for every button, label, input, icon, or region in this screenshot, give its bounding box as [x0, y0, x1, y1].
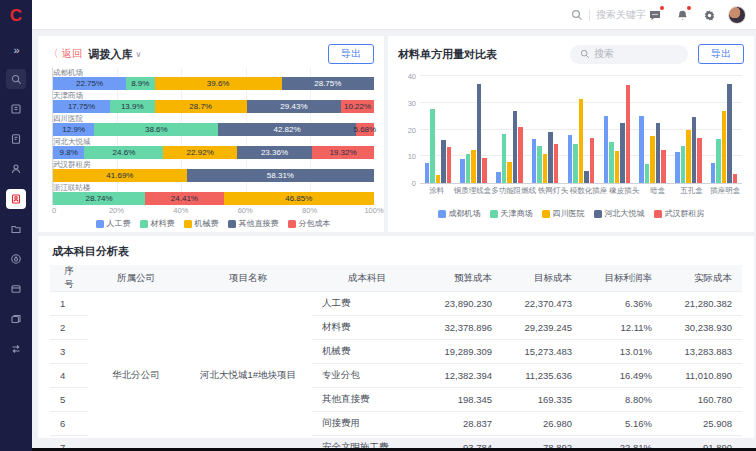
layers-icon[interactable] — [6, 309, 26, 329]
x-axis-category-label: 铁网灯头 — [536, 186, 570, 196]
x-axis-labels: 涂料钢质理线盒多功能阻燃线铁网灯头模数化插座橡皮插头暗盒五孔盒插座明盒 — [420, 186, 742, 196]
drop-icon[interactable] — [6, 249, 26, 269]
legend-item[interactable]: 其他直接费 — [228, 218, 279, 229]
table-cell: 12.11% — [582, 316, 662, 340]
table-cell: 30,238.930 — [662, 316, 742, 340]
x-axis-category-label: 模数化插座 — [570, 186, 608, 196]
table-cell: 32,378.896 — [422, 316, 502, 340]
legend-swatch-icon — [594, 210, 602, 218]
bar — [681, 146, 686, 183]
search-icon — [571, 9, 583, 21]
stacked-bar-segment: 12.9% — [53, 123, 94, 136]
table-cell: 机械费 — [312, 340, 422, 364]
table-cell: 其他直接费 — [312, 388, 422, 412]
avatar[interactable] — [728, 6, 746, 24]
export-button[interactable]: 导出 — [328, 44, 374, 64]
gear-icon[interactable] — [701, 7, 717, 23]
legend-item[interactable]: 河北大悦城 — [594, 208, 645, 219]
table-cell: 1 — [50, 292, 88, 316]
legend-item[interactable]: 分包成本 — [288, 218, 331, 229]
bar — [620, 123, 625, 183]
bar — [609, 142, 614, 183]
table-cell: 5.16% — [582, 412, 662, 436]
stacked-bar-segment: 28.74% — [53, 192, 145, 205]
x-axis: 020%40%60%80%100% — [52, 206, 374, 216]
bar — [579, 99, 584, 183]
legend-item[interactable]: 人工费 — [96, 218, 131, 229]
x-axis-category-label: 橡皮插头 — [607, 186, 641, 196]
y-axis-tick: 0 — [412, 179, 420, 188]
stacked-bar-segment: 17.75% — [53, 100, 110, 113]
legend-item[interactable]: 天津商场 — [490, 208, 533, 219]
app-logo[interactable]: C — [6, 6, 26, 26]
stacked-bar-segment: 13.9% — [110, 100, 155, 113]
x-axis-tick: 100% — [364, 206, 383, 215]
bar — [482, 158, 487, 183]
bar-group — [670, 76, 706, 183]
bar-group — [599, 76, 635, 183]
table-title: 成本科目分析表 — [52, 244, 742, 259]
bar — [502, 134, 507, 183]
legend-label: 河北大悦城 — [605, 208, 645, 219]
stacked-bar-segment: 22.92% — [163, 146, 237, 159]
bar — [441, 140, 446, 183]
legend-swatch-icon — [140, 220, 148, 228]
legend-item[interactable]: 武汉群租房 — [654, 208, 705, 219]
bar — [604, 116, 609, 183]
bar-group — [492, 76, 528, 183]
grouped-bar-chart: 010203040 涂料钢质理线盒多功能阻燃线铁网灯头模数化插座橡皮插头暗盒五孔… — [398, 76, 744, 206]
chart-search-input[interactable]: 搜索 — [570, 45, 688, 64]
bar — [661, 150, 666, 183]
chevron-down-icon[interactable]: ∨ — [136, 50, 142, 59]
x-axis-tick: 0 — [52, 206, 56, 215]
export-button[interactable]: 导出 — [698, 44, 744, 64]
legend-item[interactable]: 四川医院 — [542, 208, 585, 219]
bar-category-label: 浙江联站楼 — [53, 183, 374, 192]
stacked-bar-segment: 38.6% — [94, 123, 218, 136]
table-cell: 13,283.883 — [662, 340, 742, 364]
legend-label: 成都机场 — [449, 208, 481, 219]
transfer-icon[interactable] — [6, 339, 26, 359]
search-icon[interactable] — [6, 69, 26, 89]
messages-icon[interactable] — [647, 7, 663, 23]
bar — [639, 116, 644, 183]
table-row[interactable]: 1华北分公司河北大悦城1#地块项目人工费23,890.23022,370.473… — [50, 292, 742, 316]
legend-item[interactable]: 成都机场 — [438, 208, 481, 219]
stacked-bar-segment: 10.22% — [341, 100, 374, 113]
legend-label: 人工费 — [107, 218, 131, 229]
expand-icon[interactable]: » — [13, 44, 18, 56]
x-axis-category-label: 五孔盒 — [675, 186, 709, 196]
table-cell: 22,370.473 — [502, 292, 582, 316]
building-icon[interactable] — [6, 99, 26, 119]
table-cell: 25.908 — [662, 412, 742, 436]
legend-item[interactable]: 机械费 — [184, 218, 219, 229]
column-header: 成本科目 — [312, 265, 422, 292]
bar-group — [456, 76, 492, 183]
legend-item[interactable]: 材料费 — [140, 218, 175, 229]
bar — [686, 130, 691, 184]
table-cell: 2 — [50, 316, 88, 340]
bar — [477, 84, 482, 183]
stacked-bar-segment: 58.31% — [187, 169, 374, 182]
bar — [711, 163, 716, 183]
cost-table: 序号所属公司项目名称成本科目预算成本目标成本目标利润率实际成本 1华北分公司河北… — [50, 265, 742, 451]
bell-icon[interactable] — [674, 7, 690, 23]
card-icon[interactable] — [6, 279, 26, 299]
back-chevron-icon[interactable]: 〈 — [48, 47, 59, 61]
bar — [496, 172, 501, 183]
table-cell: 26.980 — [502, 412, 582, 436]
badge-icon[interactable] — [6, 189, 26, 209]
back-link[interactable]: 返回 — [62, 47, 83, 61]
stacked-bar-segment: 24.41% — [145, 192, 223, 205]
y-axis-tick: 40 — [408, 72, 420, 81]
column-header: 目标利润率 — [582, 265, 662, 292]
legend-label: 机械费 — [195, 218, 219, 229]
user-icon[interactable] — [6, 159, 26, 179]
document-icon[interactable] — [6, 129, 26, 149]
table-cell: 15,273.483 — [502, 340, 582, 364]
bar — [722, 111, 727, 183]
stacked-bar-segment: 19.32% — [312, 146, 374, 159]
bar — [590, 138, 595, 183]
folder-icon[interactable] — [6, 219, 26, 239]
global-search[interactable]: 搜索关键字 — [571, 8, 646, 22]
